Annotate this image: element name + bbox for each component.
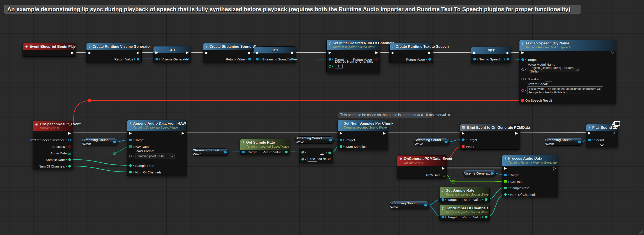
node-div[interactable]: ÷Add pin⊕100	[299, 148, 333, 163]
exec_in-pin[interactable]: ▶	[504, 166, 507, 170]
graph-comment-header[interactable]: An example demonstrating lip sync during…	[4, 5, 580, 14]
rawdata-pin[interactable]	[129, 145, 132, 148]
node-bind[interactable]: Bind Event to On Generate PCMData▶▶Targe…	[460, 124, 520, 150]
exec_in-pin[interactable]: ▶	[88, 51, 91, 54]
node-ongen[interactable]: ◈OnGeneratePCMData_EventCustom Event▶PCM…	[397, 155, 447, 178]
node-set_vg[interactable]: SET▶▶Viseme Generator	[153, 46, 191, 63]
node-pill3[interactable]: Streaming Sound Wave	[295, 136, 334, 144]
exec_out-pin[interactable]: ▷	[553, 166, 556, 170]
target-pin[interactable]	[522, 58, 524, 61]
reroute-node[interactable]	[88, 99, 91, 102]
target-pin[interactable]	[442, 198, 444, 201]
exec_out-pin[interactable]: ▶	[383, 132, 386, 135]
node-header[interactable]: SET	[471, 47, 511, 54]
exec_out-pin[interactable]: ▶	[515, 132, 518, 135]
success-pin[interactable]	[68, 145, 71, 148]
speaker-pin[interactable]	[522, 78, 524, 80]
reroute-node[interactable]	[452, 182, 453, 182]
samplerate-pin[interactable]	[68, 158, 71, 161]
exec_in-pin[interactable]: ▶	[340, 132, 342, 135]
node-onspeech[interactable]: ◈OnSpeechResult_EventCustom Event▶Text t…	[33, 121, 73, 169]
exec_out-pin[interactable]: ▶	[182, 132, 184, 135]
node-setnum[interactable]: ƒSet Num Samples Per ChunkTarget is Impo…	[338, 120, 388, 150]
exec_in-pin[interactable]: ▶	[328, 51, 331, 54]
node-tts[interactable]: ƒText To Speech (By Name)Target is Runti…	[519, 40, 616, 104]
reroute-node[interactable]	[113, 152, 114, 152]
node-set_channels[interactable]: ƒSet Initial Desired Num Of ChannelsTarg…	[326, 40, 380, 73]
exec_out-pin[interactable]: ▶	[71, 51, 74, 54]
exec_in-pin[interactable]: ▶	[522, 51, 524, 54]
node-header[interactable]: SET	[154, 46, 191, 53]
node-header[interactable]: ◈OnSpeechResult_EventCustom Event	[33, 121, 73, 132]
dropdown-voice[interactable]: English (United States) - Kokoro (Bella)	[528, 67, 580, 72]
exec_in-pin[interactable]: ▶	[588, 131, 591, 135]
exec_in-pin[interactable]: ▶	[156, 51, 158, 54]
add-pin-button[interactable]: Add pin⊕	[316, 156, 331, 161]
exec_in-pin[interactable]: ▶	[205, 51, 208, 54]
reroute-node[interactable]	[453, 182, 454, 182]
var_out-pin[interactable]	[506, 58, 509, 60]
exec_out-pin[interactable]: ▶	[186, 51, 189, 54]
rv-pin[interactable]	[485, 216, 488, 218]
node-begin[interactable]: ◈Event Blueprint Begin Play▶	[22, 43, 76, 57]
target-pin[interactable]	[129, 139, 132, 141]
reroute-node[interactable]	[452, 180, 453, 181]
target-pin[interactable]	[504, 174, 507, 176]
onspeechresult-pin[interactable]	[522, 99, 524, 102]
exec_in-pin[interactable]: ▶	[392, 51, 394, 54]
target-pin[interactable]	[462, 138, 464, 141]
a-pin[interactable]	[302, 151, 304, 154]
node-pill4[interactable]: Streaming Sound Wave	[414, 138, 450, 146]
numchannels-pin[interactable]	[504, 193, 507, 196]
desired-pin[interactable]	[328, 65, 331, 68]
samplerate-pin[interactable]	[504, 186, 507, 189]
exec_in-pin[interactable]: ▶	[473, 51, 476, 54]
exec_out-pin[interactable]: ▷	[613, 131, 616, 135]
voice-pin[interactable]	[522, 68, 524, 71]
numchannels-pin[interactable]	[68, 165, 71, 168]
node-header[interactable]: ƒGet Sample RateTarget is Imported Sound…	[440, 187, 490, 198]
node-set_tts[interactable]: SET▶▶Text to Speech	[471, 47, 511, 63]
node-process[interactable]: ƒProcess Audio DataTarget is Runtime Vis…	[502, 155, 558, 197]
node-header[interactable]: ƒCreate Runtime Text to Speech	[390, 43, 433, 50]
reroute-node[interactable]	[115, 154, 116, 154]
reroute-node[interactable]	[114, 152, 115, 152]
rawformat-pin[interactable]	[129, 155, 132, 158]
reroute-node[interactable]	[453, 183, 454, 183]
event-pin[interactable]	[462, 145, 464, 148]
exec_out-pin[interactable]: ▷	[611, 51, 614, 54]
node-header[interactable]: ƒAppend Audio Data From RAWTarget is Str…	[127, 120, 186, 131]
node-pill2[interactable]: Streaming Sound Wave	[193, 148, 229, 156]
node-set_ssw[interactable]: SET▶▶Streaming Sound Wave	[254, 46, 296, 63]
var_out-pin[interactable]	[291, 58, 294, 60]
expand-chevron-icon[interactable]	[600, 143, 604, 146]
node-create_ssw[interactable]: ƒCreate Streaming Sound Wave▶▶Return Val…	[203, 43, 253, 63]
reroute-node[interactable]	[113, 154, 114, 154]
node-create_tts[interactable]: ƒCreate Runtime Text to Speech▶▶Return V…	[390, 43, 433, 63]
target-pin[interactable]	[242, 151, 245, 153]
numchannels-pin[interactable]	[129, 171, 132, 174]
rv-pin[interactable]	[248, 58, 251, 60]
reroute-node[interactable]	[114, 154, 115, 154]
exec_out-pin[interactable]: ▶	[248, 51, 251, 54]
target-pin[interactable]	[442, 216, 444, 218]
reroute-node[interactable]	[115, 152, 116, 152]
rv-pin[interactable]	[376, 58, 378, 61]
node-header[interactable]: Bind Event to On Generate PCMData	[460, 124, 520, 131]
exec_in-pin[interactable]: ▶	[462, 132, 464, 135]
node-header[interactable]: ◈Event Blueprint Begin Play	[23, 43, 76, 50]
reroute-node[interactable]	[115, 153, 116, 154]
var_in-pin[interactable]	[256, 58, 259, 60]
tsi-pin[interactable]	[68, 139, 71, 141]
node-header[interactable]: ƒSet Num Samples Per ChunkTarget is Impo…	[338, 120, 388, 131]
node-header[interactable]: ◈OnGeneratePCMData_EventCustom Event	[397, 156, 446, 166]
node-pill6[interactable]: Streaming Sound Wave	[390, 201, 430, 209]
dropdown-rawformat[interactable]: Floating point 32-bit	[135, 154, 175, 159]
node-header[interactable]: ƒGet Sample RateTarget is Imported Sound…	[240, 139, 290, 150]
node-header[interactable]: ƒText To Speech (By Name)Target is Runti…	[520, 40, 616, 50]
node-header[interactable]: ƒProcess Audio DataTarget is Runtime Vis…	[502, 155, 558, 166]
node-pill1[interactable]: Streaming Sound Wave	[82, 138, 118, 146]
numsamples-pin[interactable]	[340, 145, 342, 148]
pcmdata-pin[interactable]	[504, 180, 507, 183]
textarea-speak[interactable]: Hello, world! The lips of the MetaHuman …	[528, 86, 603, 94]
